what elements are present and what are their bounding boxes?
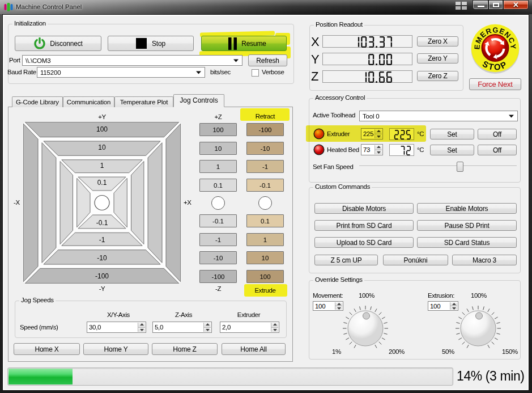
svg-text:10: 10	[98, 143, 106, 151]
svg-text:100: 100	[96, 125, 108, 133]
svg-text:-100: -100	[95, 272, 109, 280]
svg-text:-0.1: -0.1	[96, 219, 108, 227]
svg-text:0.1: 0.1	[97, 179, 107, 187]
svg-text:-1: -1	[99, 236, 105, 244]
svg-text:-10: -10	[97, 254, 107, 262]
svg-text:1: 1	[100, 162, 104, 170]
